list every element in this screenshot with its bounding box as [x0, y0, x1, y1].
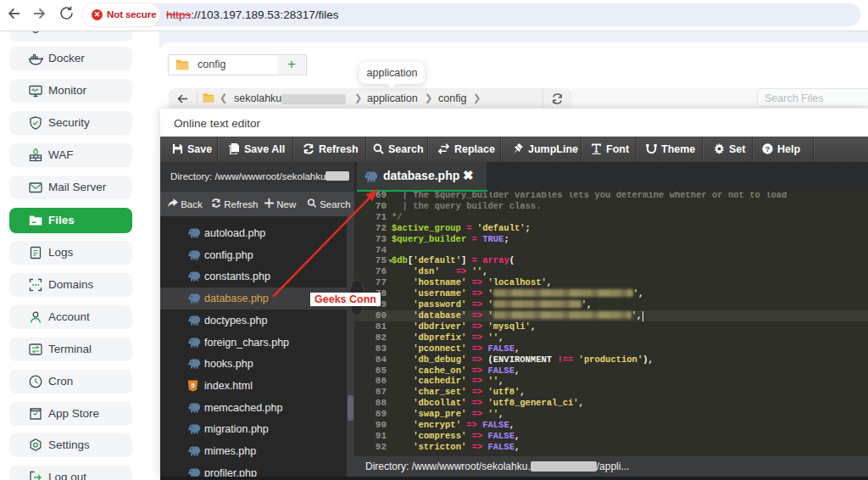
svg-text:?: ?	[765, 145, 770, 153]
